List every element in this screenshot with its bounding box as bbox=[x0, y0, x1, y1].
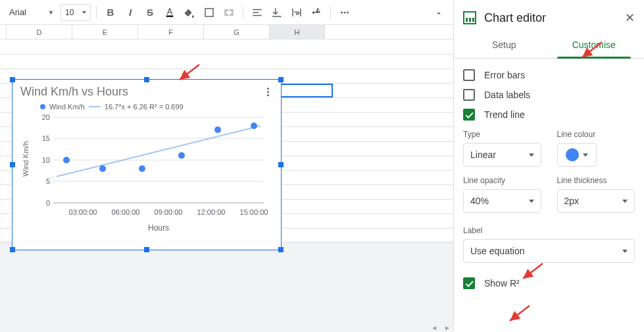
more-toolbar-button[interactable] bbox=[336, 4, 353, 21]
collapse-toolbar-button[interactable] bbox=[431, 5, 447, 21]
svg-text:06:00:00: 06:00:00 bbox=[112, 208, 140, 216]
font-family-value: Arial bbox=[9, 7, 26, 17]
chart-menu-button[interactable] bbox=[262, 86, 273, 97]
text-color-button[interactable] bbox=[161, 4, 178, 21]
caret-down-icon bbox=[622, 250, 628, 253]
fill-color-button[interactable] bbox=[181, 4, 198, 21]
strikethrough-button[interactable]: S bbox=[141, 4, 159, 21]
error-bars-label: Error bars bbox=[484, 70, 525, 80]
svg-point-1 bbox=[341, 11, 343, 13]
font-size-value: 10 bbox=[65, 8, 74, 17]
column-header[interactable]: F bbox=[138, 25, 204, 39]
italic-button[interactable]: I bbox=[122, 4, 139, 21]
legend-trend-icon bbox=[89, 106, 101, 107]
trend-label-select[interactable]: Use equation bbox=[463, 239, 635, 263]
svg-text:20: 20 bbox=[42, 113, 50, 121]
colour-swatch-icon bbox=[566, 148, 579, 161]
svg-text:15:00:00: 15:00:00 bbox=[240, 208, 268, 216]
trend-line-checkbox[interactable] bbox=[463, 109, 475, 121]
caret-down-icon bbox=[529, 200, 534, 203]
legend-series-label: Wind Km/h bbox=[49, 103, 85, 111]
caret-down-icon bbox=[583, 153, 588, 157]
line-colour-select[interactable] bbox=[557, 143, 597, 167]
trend-label-value: Use equation bbox=[470, 246, 525, 256]
show-r2-checkbox[interactable] bbox=[463, 277, 475, 289]
svg-text:15: 15 bbox=[42, 134, 50, 142]
svg-text:Hours: Hours bbox=[148, 223, 169, 233]
tab-setup[interactable]: Setup bbox=[459, 33, 549, 58]
text-rotation-button[interactable] bbox=[308, 4, 325, 21]
line-thickness-select[interactable]: 2px bbox=[557, 189, 635, 213]
trend-type-value: Linear bbox=[470, 150, 496, 160]
svg-point-3 bbox=[347, 11, 349, 13]
svg-point-19 bbox=[178, 152, 185, 159]
svg-point-21 bbox=[251, 123, 257, 129]
svg-text:09:00:00: 09:00:00 bbox=[155, 208, 183, 216]
chart-title: Wind Km/h vs Hours bbox=[20, 85, 273, 99]
caret-down-icon bbox=[529, 153, 534, 157]
data-labels-checkbox[interactable] bbox=[463, 89, 475, 101]
svg-text:0: 0 bbox=[46, 199, 50, 207]
thickness-field-label: Line thickness bbox=[557, 176, 635, 185]
chart-plot: Wind Km/h 0 5 10 15 20 bbox=[20, 111, 270, 236]
column-header[interactable]: G bbox=[204, 25, 270, 39]
svg-text:5: 5 bbox=[46, 177, 50, 185]
trend-line-label: Trend line bbox=[484, 109, 525, 120]
scroll-right-icon[interactable]: ► bbox=[444, 324, 451, 331]
legend-marker-icon bbox=[40, 104, 45, 109]
label-field-label: Label bbox=[463, 226, 635, 235]
column-header[interactable]: H bbox=[270, 25, 325, 39]
scroll-left-icon[interactable]: ◄ bbox=[431, 324, 437, 331]
font-family-select[interactable]: Arial ▼ bbox=[5, 4, 58, 21]
trend-type-select[interactable]: Linear bbox=[463, 143, 541, 167]
svg-text:Wind Km/h: Wind Km/h bbox=[22, 141, 30, 177]
font-size-select[interactable]: 10 bbox=[61, 4, 91, 21]
close-sidebar-button[interactable]: ✕ bbox=[625, 11, 635, 25]
svg-text:12:00:00: 12:00:00 bbox=[197, 208, 226, 216]
merge-cells-button[interactable] bbox=[220, 4, 237, 21]
error-bars-checkbox[interactable] bbox=[463, 69, 475, 81]
column-header[interactable]: E bbox=[72, 25, 138, 39]
opacity-field-label: Line opacity bbox=[463, 176, 541, 185]
data-labels-label: Data labels bbox=[484, 90, 530, 100]
line-opacity-value: 40% bbox=[470, 196, 489, 206]
type-field-label: Type bbox=[463, 130, 541, 139]
caret-down-icon bbox=[82, 11, 86, 14]
bold-button[interactable]: B bbox=[102, 4, 119, 21]
line-opacity-select[interactable]: 40% bbox=[463, 189, 541, 213]
legend-trend-label: 16.7*x + 6.26 R² = 0.699 bbox=[105, 103, 184, 111]
borders-button[interactable] bbox=[201, 4, 218, 21]
svg-point-16 bbox=[63, 157, 70, 163]
caret-down-icon bbox=[622, 200, 628, 203]
svg-line-15 bbox=[57, 126, 260, 177]
sidebar-title: Chart editor bbox=[484, 11, 617, 25]
chart-editor-icon bbox=[463, 11, 476, 24]
show-r2-label: Show R² bbox=[484, 278, 520, 289]
horizontal-align-button[interactable] bbox=[249, 4, 266, 21]
svg-text:10: 10 bbox=[42, 156, 50, 164]
active-cell[interactable] bbox=[278, 84, 333, 97]
svg-point-17 bbox=[99, 165, 106, 172]
tab-customise[interactable]: Customise bbox=[549, 33, 639, 58]
caret-down-icon: ▼ bbox=[48, 9, 54, 16]
svg-point-2 bbox=[344, 11, 346, 13]
column-header[interactable]: D bbox=[7, 25, 72, 39]
svg-point-20 bbox=[214, 126, 221, 133]
vertical-align-button[interactable] bbox=[268, 4, 285, 21]
line-thickness-value: 2px bbox=[564, 196, 580, 206]
colour-field-label: Line colour bbox=[557, 130, 635, 139]
svg-rect-0 bbox=[166, 15, 174, 16]
chart-object[interactable]: Wind Km/h vs Hours Wind Km/h 16.7*x + 6.… bbox=[12, 79, 282, 250]
svg-point-18 bbox=[139, 165, 145, 172]
text-wrap-button[interactable] bbox=[288, 4, 305, 21]
svg-text:03:00:00: 03:00:00 bbox=[69, 208, 97, 216]
